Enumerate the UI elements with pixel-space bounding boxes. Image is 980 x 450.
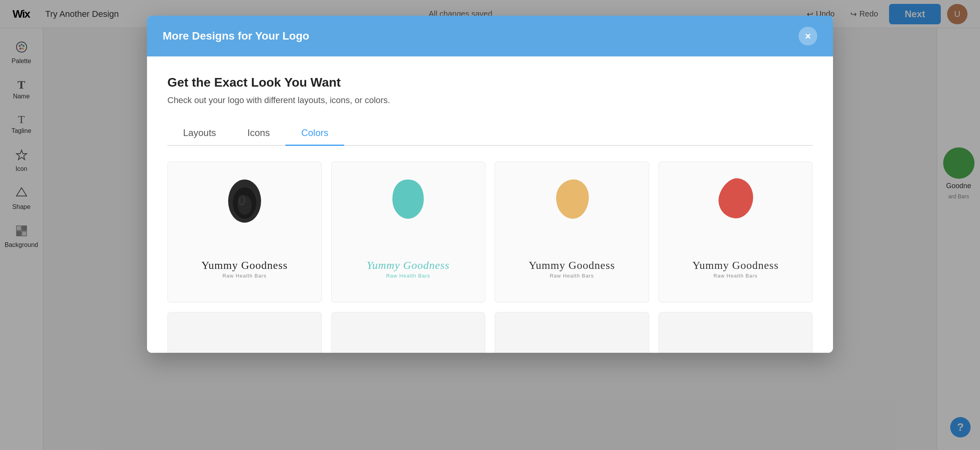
logo-card-teal[interactable]: Yummy Goodness Raw Health Bars <box>331 161 486 303</box>
blob-teal <box>383 174 434 232</box>
logo-card-black[interactable]: Yummy Goodness Raw Health Bars <box>167 161 322 303</box>
logo-card-empty-3[interactable] <box>495 312 649 353</box>
logo-inner-red: Yummy Goodness Raw Health Bars <box>659 162 813 302</box>
logo-grid: Yummy Goodness Raw Health Bars Yummy Goo… <box>167 161 813 303</box>
logo-card-empty-4[interactable] <box>659 312 813 353</box>
logo-inner-yellow: Yummy Goodness Raw Health Bars <box>495 162 649 302</box>
modal-heading: Get the Exact Look You Want <box>167 75 813 90</box>
close-icon: × <box>805 30 811 42</box>
brand-name-red: Yummy Goodness <box>692 259 779 272</box>
logo-grid-row2 <box>167 312 813 353</box>
modal-overlay: More Designs for Your Logo × Get the Exa… <box>0 0 980 450</box>
blob-yellow <box>546 174 597 232</box>
logo-text-yellow: Yummy Goodness Raw Health Bars <box>529 259 615 279</box>
logo-text-black: Yummy Goodness Raw Health Bars <box>201 259 288 279</box>
tagline-red: Raw Health Bars <box>692 273 779 279</box>
modal-close-button[interactable]: × <box>799 27 817 45</box>
logo-card-yellow[interactable]: Yummy Goodness Raw Health Bars <box>495 161 649 303</box>
brand-name-teal: Yummy Goodness <box>367 259 450 272</box>
logo-card-red[interactable]: Yummy Goodness Raw Health Bars <box>659 161 813 303</box>
tagline-yellow: Raw Health Bars <box>529 273 615 279</box>
blob-black <box>219 174 270 232</box>
modal-body: Get the Exact Look You Want Check out yo… <box>147 56 833 353</box>
brand-name-yellow: Yummy Goodness <box>529 259 615 272</box>
tabs-container: Layouts Icons Colors <box>167 121 813 146</box>
logo-card-empty-1[interactable] <box>167 312 322 353</box>
brand-name-black: Yummy Goodness <box>201 259 288 272</box>
modal-header: More Designs for Your Logo × <box>147 16 833 56</box>
modal-title: More Designs for Your Logo <box>163 30 309 42</box>
blob-red <box>710 174 761 232</box>
logo-inner-teal: Yummy Goodness Raw Health Bars <box>332 162 485 302</box>
tab-icons[interactable]: Icons <box>232 121 285 146</box>
modal-subtext: Check out your logo with different layou… <box>167 95 813 105</box>
modal-dialog: More Designs for Your Logo × Get the Exa… <box>147 16 833 353</box>
tab-layouts[interactable]: Layouts <box>167 121 232 146</box>
tagline-black: Raw Health Bars <box>201 273 288 279</box>
logo-card-empty-2[interactable] <box>331 312 486 353</box>
logo-text-teal: Yummy Goodness Raw Health Bars <box>367 259 450 279</box>
tagline-teal: Raw Health Bars <box>367 273 450 279</box>
tab-colors[interactable]: Colors <box>285 121 344 146</box>
logo-text-red: Yummy Goodness Raw Health Bars <box>692 259 779 279</box>
logo-inner-black: Yummy Goodness Raw Health Bars <box>168 162 321 302</box>
